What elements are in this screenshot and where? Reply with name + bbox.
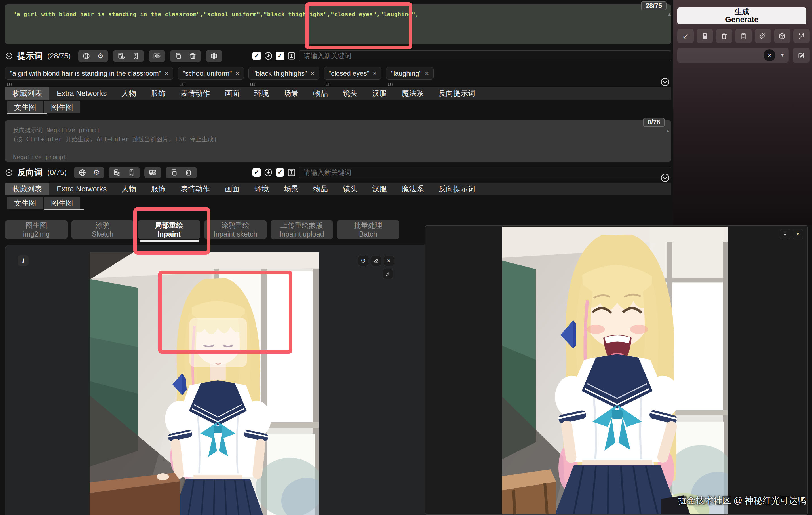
tab-expression[interactable]: 表情动作 xyxy=(173,183,217,195)
tab-extra-networks[interactable]: Extra Networks xyxy=(49,87,114,99)
tag-close-icon[interactable]: × xyxy=(373,69,377,78)
tab-objects[interactable]: 物品 xyxy=(306,87,335,99)
tab-negative-prompts[interactable]: 反向提示词 xyxy=(431,87,483,99)
edit-styles-button[interactable] xyxy=(793,48,810,63)
subtab-img2img[interactable]: 图生图 xyxy=(44,101,80,113)
tag-chip[interactable]: "black thighhighs"× xyxy=(249,67,319,80)
tag-close-icon[interactable]: × xyxy=(165,69,169,78)
tab-composition[interactable]: 画面 xyxy=(217,183,247,195)
history-insert-icon[interactable] xyxy=(264,51,273,60)
mode-inpaint[interactable]: 局部重绘Inpaint xyxy=(138,220,200,239)
eraser-icon[interactable] xyxy=(371,256,381,266)
mode-sketch[interactable]: 涂鸦Sketch xyxy=(71,220,134,239)
close-icon[interactable]: × xyxy=(384,256,394,266)
text-cursor-icon[interactable] xyxy=(287,51,296,60)
subtab-txt2img[interactable]: 文生图 xyxy=(7,197,43,209)
tab-environment[interactable]: 环境 xyxy=(247,183,276,195)
copy-icon[interactable] xyxy=(170,169,178,176)
gear-icon[interactable]: ⚙ xyxy=(93,169,99,176)
generate-button[interactable]: 生成 Generate xyxy=(677,7,806,24)
undo-icon[interactable]: ↺ xyxy=(358,256,369,266)
tab-scene[interactable]: 场景 xyxy=(276,87,306,99)
tab-camera[interactable]: 镜头 xyxy=(335,87,365,99)
clear-select-icon[interactable]: × xyxy=(763,49,776,61)
tag-chip[interactable]: "closed eyes"× xyxy=(324,67,382,80)
openai-icon[interactable] xyxy=(210,52,218,60)
tab-clothing[interactable]: 服饰 xyxy=(144,183,173,195)
tab-environment[interactable]: 环境 xyxy=(247,87,276,99)
translate-ab-icon[interactable] xyxy=(153,52,161,60)
style-select[interactable]: × ▼ xyxy=(677,48,789,63)
trash-icon[interactable] xyxy=(185,169,192,176)
mode-label-en: Inpaint xyxy=(157,230,181,238)
tag-chip[interactable]: "laughing"× xyxy=(386,67,434,80)
tab-favorites[interactable]: 收藏列表 xyxy=(5,183,49,195)
prompt-input[interactable]: "a girl with blond hair is standing in t… xyxy=(5,4,671,44)
tab-negative-prompts[interactable]: 反向提示词 xyxy=(431,183,483,195)
chevron-down-circle-icon[interactable] xyxy=(5,169,13,176)
tab-expression[interactable]: 表情动作 xyxy=(173,87,217,99)
trash-icon[interactable] xyxy=(189,52,197,60)
tab-magic[interactable]: 魔法系 xyxy=(394,183,431,195)
history-doc-icon[interactable] xyxy=(113,169,121,176)
tag-close-icon[interactable]: × xyxy=(425,69,429,78)
mode-inpaint-sketch[interactable]: 涂鸦重绘Inpaint sketch xyxy=(204,220,267,239)
text-cursor-icon[interactable] xyxy=(287,168,296,177)
tab-objects[interactable]: 物品 xyxy=(306,183,335,195)
mode-label-en: Inpaint sketch xyxy=(213,230,257,238)
new-keyword-input[interactable] xyxy=(299,167,671,178)
tab-camera[interactable]: 镜头 xyxy=(335,183,365,195)
globe-icon[interactable] xyxy=(79,169,86,176)
mode-img2img[interactable]: 图生图img2img xyxy=(5,220,67,239)
bookmark-icon[interactable] xyxy=(127,169,135,176)
tab-hanfu[interactable]: 汉服 xyxy=(365,87,394,99)
tag-close-icon[interactable]: × xyxy=(235,69,239,78)
subtab-txt2img[interactable]: 文生图 xyxy=(7,101,43,113)
auto-translate-checkbox[interactable]: ✓ xyxy=(253,168,261,177)
tab-clothing[interactable]: 服饰 xyxy=(144,87,173,99)
history-doc-icon[interactable] xyxy=(117,52,125,60)
tag-chip[interactable]: "a girl with blond hair is standing in t… xyxy=(5,67,173,80)
history-insert-icon[interactable] xyxy=(264,168,273,177)
tab-composition[interactable]: 画面 xyxy=(217,87,247,99)
mode-batch[interactable]: 批量处理Batch xyxy=(337,220,399,239)
translate-ab-icon xyxy=(386,82,394,87)
download-icon[interactable] xyxy=(780,229,790,239)
caret-down-icon: ▼ xyxy=(780,53,785,58)
tab-favorites[interactable]: 收藏列表 xyxy=(5,87,49,99)
tab-extra-networks[interactable]: Extra Networks xyxy=(49,183,114,195)
tag-item: "closed eyes"× xyxy=(324,67,382,87)
translate-ab-icon[interactable] xyxy=(149,169,156,176)
paperclip-icon[interactable] xyxy=(755,29,771,43)
globe-icon[interactable] xyxy=(83,52,90,60)
tab-character[interactable]: 人物 xyxy=(114,183,144,195)
tab-character[interactable]: 人物 xyxy=(114,87,144,99)
tab-scene[interactable]: 场景 xyxy=(276,183,306,195)
negative-input[interactable]: 反向提示词 Negative prompt (按 Ctrl+Enter 开始生成… xyxy=(5,120,671,162)
arrow-down-left-icon[interactable]: ↙ xyxy=(677,29,694,43)
expand-tags-icon[interactable] xyxy=(660,173,670,183)
clipboard-icon[interactable] xyxy=(735,29,752,43)
bookmark-icon[interactable] xyxy=(132,52,140,60)
tab-hanfu[interactable]: 汉服 xyxy=(365,183,394,195)
trash-icon[interactable] xyxy=(716,29,732,43)
expand-tags-icon[interactable] xyxy=(660,77,670,87)
subtab-img2img[interactable]: 图生图 xyxy=(44,197,80,209)
close-icon[interactable]: × xyxy=(793,229,803,239)
copy-icon[interactable] xyxy=(174,52,182,60)
tab-magic[interactable]: 魔法系 xyxy=(394,87,431,99)
magic-wand-icon[interactable] xyxy=(793,29,810,43)
append-checkbox[interactable]: ✓ xyxy=(276,52,284,60)
new-keyword-input[interactable] xyxy=(299,51,671,61)
info-icon[interactable]: i xyxy=(18,255,29,266)
note-icon[interactable] xyxy=(697,29,713,43)
auto-translate-checkbox[interactable]: ✓ xyxy=(253,52,261,60)
tag-close-icon[interactable]: × xyxy=(311,69,315,78)
tag-chip[interactable]: "school uniform"× xyxy=(178,67,244,80)
gear-icon[interactable]: ⚙ xyxy=(97,52,104,60)
chevron-down-circle-icon[interactable] xyxy=(5,52,13,60)
mode-inpaint-upload[interactable]: 上传重绘蒙版Inpaint upload xyxy=(270,220,333,239)
brush-icon[interactable] xyxy=(383,269,393,279)
append-checkbox[interactable]: ✓ xyxy=(276,168,284,177)
cube-icon[interactable] xyxy=(774,29,790,43)
